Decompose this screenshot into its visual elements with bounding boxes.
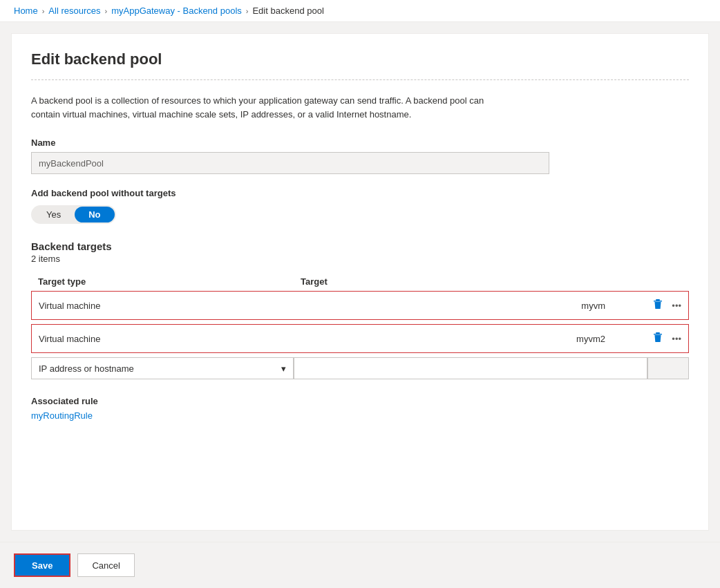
associated-rule-title: Associated rule (31, 396, 689, 406)
breadcrumb-sep-1: › (42, 7, 45, 15)
svg-rect-3 (654, 334, 662, 335)
breadcrumb-gateway[interactable]: myAppGateway - Backend pools (111, 6, 242, 16)
description-text: A backend pool is a collection of resour… (31, 94, 501, 121)
footer: Save Cancel (0, 542, 720, 588)
breadcrumb-home[interactable]: Home (14, 6, 38, 16)
page-wrapper: Home › All resources › myAppGateway - Ba… (0, 0, 720, 588)
type-dropdown-label: IP address or hostname (39, 363, 134, 374)
row2-delete-button[interactable] (650, 330, 666, 347)
chevron-down-icon: ▾ (281, 363, 286, 374)
svg-rect-1 (654, 301, 662, 302)
row1-more-button[interactable]: ••• (672, 301, 681, 311)
breadcrumb-sep-2: › (105, 7, 108, 15)
breadcrumb-current: Edit backend pool (252, 6, 323, 16)
save-button[interactable]: Save (14, 553, 70, 577)
breadcrumb-sep-3: › (246, 7, 249, 15)
toggle-no[interactable]: No (75, 207, 114, 222)
table-row: Virtual machine myvm2 ••• (31, 324, 689, 353)
row1-type: Virtual machine (39, 301, 301, 311)
cancel-button[interactable]: Cancel (77, 553, 134, 577)
row2-target: myvm2 (301, 334, 612, 344)
col-target: Target (301, 276, 613, 287)
toggle-label: Add backend pool without targets (31, 188, 689, 198)
row2-actions: ••• (612, 330, 681, 347)
page-title: Edit backend pool (31, 50, 689, 80)
associated-rule-section: Associated rule myRoutingRule (31, 396, 689, 421)
main-content: Edit backend pool A backend pool is a co… (11, 33, 709, 531)
name-label: Name (31, 137, 689, 148)
target-input[interactable] (294, 357, 647, 379)
add-btn-cell (647, 357, 689, 379)
col-actions (613, 276, 682, 287)
col-target-type: Target type (38, 276, 301, 287)
row2-more-button[interactable]: ••• (672, 334, 681, 344)
items-count: 2 items (31, 254, 689, 264)
row2-type: Virtual machine (39, 334, 301, 344)
row1-target: myvm (301, 301, 612, 311)
trash-icon (652, 298, 663, 310)
toggle-yes[interactable]: Yes (32, 207, 75, 222)
breadcrumb: Home › All resources › myAppGateway - Ba… (0, 0, 720, 22)
svg-rect-0 (656, 299, 660, 301)
breadcrumb-all-resources[interactable]: All resources (48, 6, 100, 16)
row1-actions: ••• (612, 297, 681, 314)
table-row: Virtual machine myvm ••• (31, 291, 689, 320)
name-input[interactable] (31, 152, 549, 174)
svg-rect-2 (656, 332, 660, 334)
add-row: IP address or hostname ▾ (31, 357, 689, 379)
type-dropdown[interactable]: IP address or hostname ▾ (31, 357, 294, 379)
table-header: Target type Target (31, 272, 689, 291)
row1-delete-button[interactable] (650, 297, 666, 314)
backend-targets-title: Backend targets (31, 240, 689, 252)
toggle-group: Yes No (31, 205, 116, 224)
associated-rule-link[interactable]: myRoutingRule (31, 410, 93, 421)
trash-icon (652, 332, 663, 343)
